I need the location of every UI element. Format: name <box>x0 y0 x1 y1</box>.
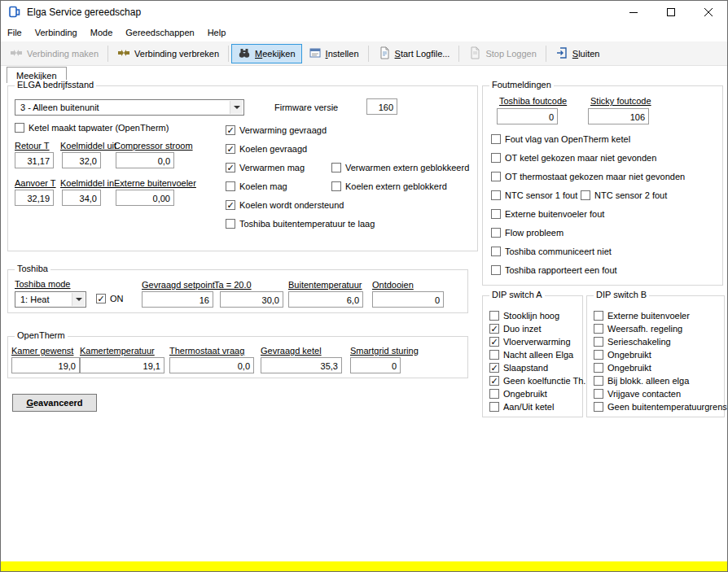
checkbox-dipb-ongebruikt-1[interactable]: Ongebruikt <box>594 350 651 360</box>
checkbox-bij-blokk-alleen-elga[interactable]: Bij blokk. alleen elga <box>594 376 689 386</box>
gevraagd-setpoint-field[interactable]: 16 <box>142 291 213 308</box>
app-icon[interactable] <box>8 6 21 19</box>
externe-buitenvoeler-label: Externe buitenvoeler <box>114 178 196 188</box>
ta-field[interactable]: 30,0 <box>220 291 283 308</box>
checkbox-ntc-sensor-1-fout[interactable]: NTC sensor 1 fout <box>491 190 577 200</box>
checkbox-koelen-extern-geblokkerd[interactable]: Koelen extern geblokkerd <box>331 181 447 191</box>
app-window: Elga Service gereedschap File Verbinding… <box>0 0 728 572</box>
koelmiddel-uit-field[interactable]: 32,0 <box>62 152 101 168</box>
retour-t-field[interactable]: 31,17 <box>15 152 54 168</box>
checkbox-verwarmen-extern-geblokkeerd[interactable]: Verwarmen extern geblokkeerd <box>331 163 469 172</box>
toolbar-verbinding-maken-button[interactable]: Verbinding maken <box>3 44 105 63</box>
checkbox-vrijgave-contacten[interactable]: Vrijgave contacten <box>594 389 681 399</box>
checkbox-toshiba-communiceert-niet[interactable]: Toshiba communiceert niet <box>491 247 612 256</box>
gevraagd-ketel-field[interactable]: 35,3 <box>261 357 342 373</box>
checkbox-koelen-mag[interactable]: Koelen mag <box>226 181 287 191</box>
checkbox-verwarmen-mag[interactable]: ✓ Verwarmen mag <box>226 163 305 172</box>
checkbox-koelen-wordt-ondersteund[interactable]: ✓ Koelen wordt ondersteund <box>226 200 344 210</box>
thermostaat-vraag-field[interactable]: 0,0 <box>169 357 254 373</box>
checkbox-ketel-maakt-tapwater[interactable]: Ketel maakt tapwater (OpenTherm) <box>15 123 169 133</box>
externe-buitenvoeler-field[interactable]: 0,00 <box>116 190 174 206</box>
toshiba-mode-label: Toshiba mode <box>15 279 71 289</box>
checkbox-box: ✓ <box>226 144 235 154</box>
checkbox-toshiba-buitentemperatuur-te-laag[interactable]: Toshiba buitentemperatuur te laag <box>226 219 375 229</box>
checkbox-toshiba-on[interactable]: ✓ ON <box>96 294 124 303</box>
checkbox-box: ✓ <box>489 337 499 347</box>
checkbox-geen-koelfunctie-th[interactable]: ✓ Geen koelfunctie Th. <box>489 376 585 386</box>
checkbox-box <box>594 337 603 347</box>
smartgrid-sturing-field[interactable]: 0 <box>350 357 401 373</box>
menu-help[interactable]: Help <box>201 24 233 41</box>
checkbox-koelen-gevraagd[interactable]: ✓ Koelen gevraagd <box>226 144 307 154</box>
checkbox-box <box>491 265 501 275</box>
checkbox-nacht-alleen-elga[interactable]: Nacht alleen Elga <box>489 350 573 360</box>
toolbar-verbinding-verbreken-button[interactable]: Verbinding verbreken <box>111 44 226 63</box>
minimize-button[interactable] <box>615 1 652 24</box>
checkbox-label: Koelen gevraagd <box>239 144 307 154</box>
maximize-button[interactable] <box>652 1 690 24</box>
checkbox-box <box>331 163 341 172</box>
menu-mode[interactable]: Mode <box>84 24 120 41</box>
group-foutmeldingen: Foutmeldingen Toshiba foutcode 0 Sticky … <box>482 85 723 286</box>
checkbox-toshiba-rapporteert-fout[interactable]: Toshiba rapporteert een fout <box>491 265 617 275</box>
elga-mode-select[interactable]: 3 - Alleen buitenunit <box>15 99 244 116</box>
geavanceerd-button[interactable]: Geavanceerd <box>12 394 97 412</box>
kamertemperatuur-field[interactable]: 19,1 <box>80 357 164 373</box>
checkbox-ot-ketel-niet-gevonden[interactable]: OT ketel gekozen maar niet gevonden <box>491 153 656 163</box>
checkbox-duo-inzet[interactable]: ✓ Duo inzet <box>489 324 541 334</box>
checkbox-dipa-ongebruikt[interactable]: Ongebruikt <box>489 389 547 399</box>
checkbox-box <box>491 172 501 181</box>
toolbar-meekijken-button[interactable]: Meekijken <box>231 44 302 63</box>
checkbox-flow-probleem[interactable]: Flow probleem <box>491 228 564 238</box>
checkbox-aan-uit-ketel[interactable]: Aan/Uit ketel <box>489 402 554 412</box>
group-opentherm-title: OpenTherm <box>15 330 68 340</box>
checkbox-verwarming-gevraagd[interactable]: ✓ Verwarming gevraagd <box>226 125 327 135</box>
checkbox-serieschakeling[interactable]: Serieschakeling <box>594 337 671 347</box>
checkbox-label: Duo inzet <box>503 324 541 334</box>
toolbar-sluiten-button[interactable]: Sluiten <box>549 44 607 63</box>
checkbox-label: Stooklijn hoog <box>503 311 559 321</box>
toshiba-mode-select[interactable]: 1: Heat <box>15 291 86 308</box>
toolbar-stop-loggen-button[interactable]: Stop Loggen <box>462 44 542 63</box>
checkbox-label: Koelen mag <box>239 181 287 191</box>
checkbox-ot-thermostaat-niet-gevonden[interactable]: OT thermostaat gekozen maar niet gevonde… <box>491 172 685 181</box>
checkbox-dipb-ongebruikt-2[interactable]: Ongebruikt <box>594 363 651 373</box>
compressor-stroom-field[interactable]: 0,0 <box>116 152 174 168</box>
toolbar-separator <box>368 46 369 62</box>
checkbox-label: Bij blokk. alleen elga <box>607 376 689 386</box>
kamertemperatuur-label: Kamertemperatuur <box>80 346 155 356</box>
group-dip-b-title: DIP switch B <box>594 290 649 299</box>
checkbox-dipb-externe-buitenvoeler[interactable]: Externe buitenvoeler <box>594 311 690 321</box>
toolbar-instellen-label: Instellen <box>326 49 359 59</box>
menu-file[interactable]: File <box>1 24 29 41</box>
checkbox-externe-buitenvoeler-fout[interactable]: Externe buitenvoeler fout <box>491 209 604 219</box>
checkbox-label: Flow probleem <box>505 228 564 238</box>
aanvoer-t-field[interactable]: 32,19 <box>15 190 54 206</box>
checkbox-stooklijn-hoog[interactable]: Stooklijn hoog <box>489 311 559 321</box>
checkbox-vloerverwarming[interactable]: ✓ Vloerverwarming <box>489 337 571 347</box>
checkbox-box <box>489 311 499 321</box>
gevraagd-ketel-label: Gevraagd ketel <box>261 346 322 356</box>
elga-mode-dropdown-button[interactable] <box>230 101 243 114</box>
menu-verbinding[interactable]: Verbinding <box>29 24 84 41</box>
checkbox-box <box>489 350 499 360</box>
toolbar-instellen-button[interactable]: Instellen <box>302 44 366 63</box>
koelmiddel-in-field[interactable]: 34,0 <box>62 190 101 206</box>
toshiba-mode-dropdown-button[interactable] <box>72 293 85 306</box>
menu-gereedschappen[interactable]: Gereedschappen <box>119 24 200 41</box>
close-button[interactable] <box>690 1 727 24</box>
elga-mode-value: 3 - Alleen buitenunit <box>20 103 99 112</box>
ontdooien-field[interactable]: 0 <box>372 291 444 308</box>
checkbox-ntc-sensor-2-fout[interactable]: NTC sensor 2 fout <box>581 190 667 200</box>
kamer-gewenst-field[interactable]: 19,0 <box>11 357 80 373</box>
checkbox-fout-vlag-opentherm-ketel[interactable]: Fout vlag van OpenTherm ketel <box>491 134 630 144</box>
checkbox-geen-buitentemperatuurgrens[interactable]: Geen buitentemperatuurgrens <box>594 402 727 412</box>
toolbar-start-logfile-button[interactable]: Start Logfile... <box>371 44 457 63</box>
toshiba-foutcode-field[interactable]: 0 <box>497 108 558 124</box>
buitentemperatuur-field[interactable]: 6,0 <box>288 291 363 308</box>
checkbox-slaapstand[interactable]: ✓ Slaapstand <box>489 363 548 373</box>
checkbox-weersafh-regeling[interactable]: Weersafh. regeling <box>594 324 682 334</box>
firmware-versie-field[interactable]: 160 <box>366 98 397 115</box>
checkbox-label: Externe buitenvoeler fout <box>505 209 604 219</box>
sticky-foutcode-field[interactable]: 106 <box>588 108 649 124</box>
